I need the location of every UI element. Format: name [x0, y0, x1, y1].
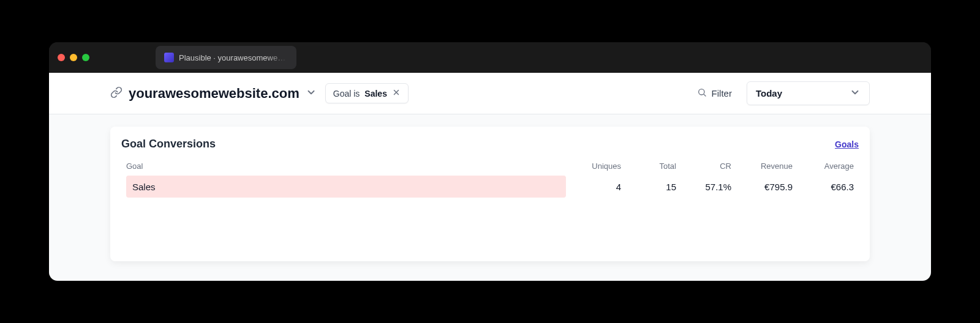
- period-label: Today: [756, 88, 782, 98]
- site-name: yourawesomewebsite.com: [129, 86, 300, 102]
- svg-line-3: [704, 94, 706, 96]
- col-average: Average: [793, 162, 854, 171]
- col-uniques: Uniques: [566, 162, 621, 171]
- dashboard-topbar: yourawesomewebsite.com Goal is Sales Fil…: [49, 73, 931, 114]
- filter-chip-prefix: Goal is: [333, 89, 360, 98]
- browser-window: Plausible · yourawesomewebsite youraweso…: [49, 42, 931, 281]
- cell-cr: 57.1%: [676, 182, 731, 192]
- cell-revenue: €795.9: [731, 182, 793, 192]
- browser-tab[interactable]: Plausible · yourawesomewebsite: [156, 46, 296, 69]
- cell-total: 15: [621, 182, 676, 192]
- filter-button-label: Filter: [712, 88, 732, 98]
- site-switcher[interactable]: yourawesomewebsite.com: [110, 86, 317, 102]
- card-title: Goal Conversions: [121, 138, 216, 150]
- maximize-window-button[interactable]: [82, 54, 89, 61]
- page-viewport: yourawesomewebsite.com Goal is Sales Fil…: [49, 73, 931, 281]
- card-header: Goal Conversions Goals: [121, 138, 859, 150]
- cell-uniques: 4: [566, 182, 621, 192]
- tab-title: Plausible · yourawesomewebsite: [179, 53, 288, 62]
- minimize-window-button[interactable]: [70, 54, 77, 61]
- plausible-favicon-icon: [164, 53, 174, 62]
- cell-average: €66.3: [793, 182, 854, 192]
- search-icon: [697, 87, 707, 99]
- col-total: Total: [621, 162, 676, 171]
- browser-tabs: Plausible · yourawesomewebsite: [156, 42, 296, 73]
- col-goal: Goal: [126, 162, 566, 171]
- filter-chip-value: Sales: [364, 89, 387, 98]
- traffic-lights: [58, 54, 156, 61]
- period-dropdown[interactable]: Today: [747, 81, 870, 105]
- col-revenue: Revenue: [731, 162, 793, 171]
- remove-filter-button[interactable]: [392, 88, 401, 98]
- window-titlebar: Plausible · yourawesomewebsite: [49, 42, 931, 73]
- close-window-button[interactable]: [58, 54, 65, 61]
- table-header-row: Goal Uniques Total CR Revenue Average: [121, 159, 859, 176]
- goal-name: Sales: [126, 182, 156, 192]
- svg-point-2: [698, 89, 704, 95]
- chevron-down-icon: [850, 87, 861, 100]
- goal-cell: Sales: [126, 176, 566, 198]
- table-row[interactable]: Sales 4 15 57.1% €795.9 €66.3: [121, 176, 859, 198]
- filter-button[interactable]: Filter: [691, 84, 738, 103]
- dashboard-content: Goal Conversions Goals Goal Uniques Tota…: [49, 114, 931, 281]
- active-filter-chip[interactable]: Goal is Sales: [325, 83, 409, 103]
- goal-bar: [126, 176, 566, 198]
- col-cr: CR: [676, 162, 731, 171]
- goals-settings-link[interactable]: Goals: [835, 139, 859, 149]
- link-icon: [110, 86, 123, 101]
- goal-conversions-card: Goal Conversions Goals Goal Uniques Tota…: [110, 127, 870, 261]
- chevron-down-icon: [306, 87, 317, 100]
